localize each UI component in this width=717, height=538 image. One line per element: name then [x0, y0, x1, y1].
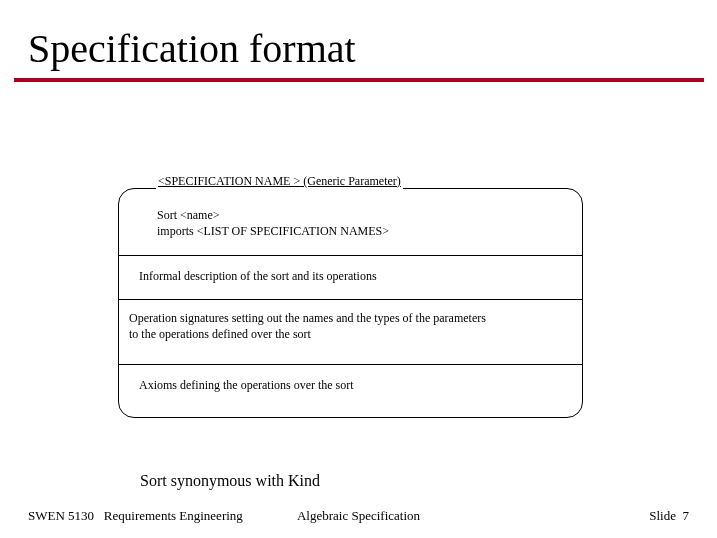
slide: Specification format <SPECIFICATION NAME… — [0, 0, 717, 538]
informal-text: Informal description of the sort and its… — [139, 268, 566, 284]
section-opsig: Operation signatures setting out the nam… — [119, 299, 582, 364]
spec-param: (Generic Parameter) — [300, 174, 401, 188]
spec-name: <SPECIFICATION NAME > — [158, 174, 300, 188]
spec-box: Sort <name> imports <LIST OF SPECIFICATI… — [118, 188, 583, 418]
footer: SWEN 5130 Requirements Engineering Algeb… — [28, 508, 689, 524]
slide-title: Specification format — [0, 0, 717, 72]
opsig-line2: to the operations defined over the sort — [129, 326, 566, 342]
spec-diagram: <SPECIFICATION NAME > (Generic Parameter… — [118, 188, 583, 418]
footer-course: SWEN 5130 — [28, 508, 94, 523]
footer-slide-label: Slide — [649, 508, 676, 523]
footer-center: Algebraic Specification — [297, 508, 420, 524]
spec-header: <SPECIFICATION NAME > (Generic Parameter… — [156, 174, 403, 189]
title-rule — [14, 78, 704, 82]
footer-right: Slide 7 — [649, 508, 689, 524]
footer-subject: Requirements Engineering — [104, 508, 243, 523]
sort-line1: Sort <name> — [157, 207, 566, 223]
section-sort: Sort <name> imports <LIST OF SPECIFICATI… — [119, 189, 582, 255]
sort-line2: imports <LIST OF SPECIFICATION NAMES> — [157, 223, 566, 239]
axioms-text: Axioms defining the operations over the … — [139, 377, 566, 393]
opsig-line1: Operation signatures setting out the nam… — [129, 310, 566, 326]
footer-left: SWEN 5130 Requirements Engineering — [28, 508, 243, 524]
caption: Sort synonymous with Kind — [140, 472, 320, 490]
section-informal: Informal description of the sort and its… — [119, 255, 582, 298]
section-axioms: Axioms defining the operations over the … — [119, 364, 582, 417]
footer-slide-num: 7 — [683, 508, 690, 523]
